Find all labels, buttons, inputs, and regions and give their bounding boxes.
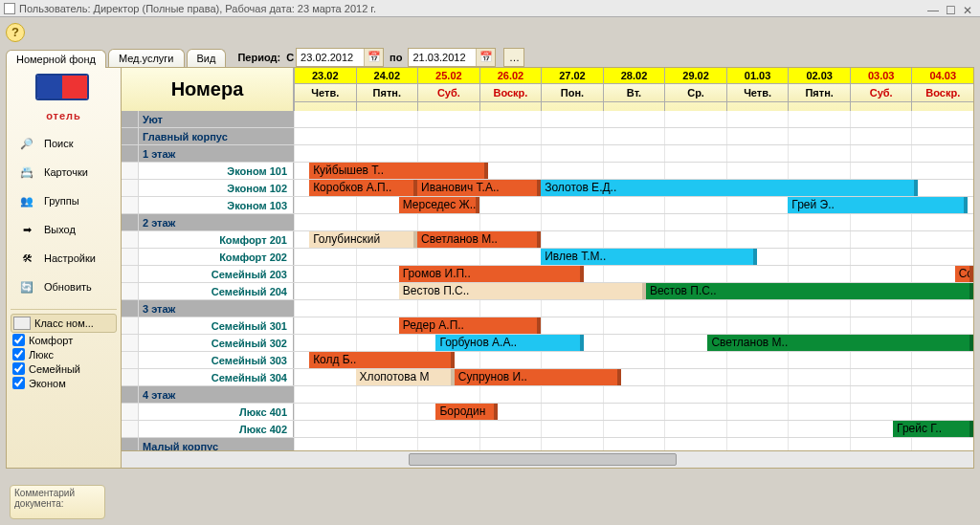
help-button[interactable]: ? (6, 23, 25, 42)
day-col-23.02[interactable]: 23.02Четв. (294, 68, 356, 111)
sidebar-nastroyki[interactable]: 🛠Настройки (11, 246, 117, 271)
room-row[interactable]: Эконом 103Мерседес Ж..Грей Э.. (122, 197, 973, 214)
booking-bar[interactable]: Золотов Е.Д.. (541, 180, 918, 196)
tab-Вид[interactable]: Вид (187, 49, 227, 67)
period-from-prefix: С (286, 52, 294, 63)
room-row[interactable]: Семейный 204Вестов П.С..Вестов П.С.. (122, 283, 973, 300)
room-row[interactable]: Семейный 302Горбунов А.А..Светланов М.. (122, 335, 973, 352)
booking-bar[interactable]: Вестов П.С.. (646, 283, 973, 299)
booking-bar[interactable]: Куйбышев Т.. (309, 163, 488, 179)
room-name: Эконом 102 (139, 180, 293, 196)
minimize-button[interactable]: — (924, 2, 942, 15)
day-col-25.02[interactable]: 25.02Суб. (417, 68, 479, 111)
sidebar-poisk[interactable]: 🔎Поиск (11, 131, 117, 156)
group-row[interactable]: 1 этаж (122, 145, 973, 163)
filter-header[interactable]: Класс ном... (11, 314, 117, 333)
day-col-26.02[interactable]: 26.02Воскр. (479, 68, 542, 111)
filter-Комфорт[interactable]: Комфорт (11, 333, 117, 347)
group-row[interactable]: 2 этаж (122, 214, 973, 231)
kartochki-icon: 📇 (15, 163, 38, 182)
day-col-27.02[interactable]: 27.02Пон. (541, 68, 603, 111)
booking-bar[interactable]: Колд Б.. (309, 352, 455, 368)
group-row[interactable]: 4 этаж (122, 386, 973, 404)
room-row[interactable]: Семейный 304Хлопотова МСупрунов И.. (122, 369, 973, 386)
booking-bar[interactable]: Мерседес Ж.. (399, 197, 479, 213)
booking-bar[interactable]: Грей Э.. (788, 197, 967, 213)
tab-Мед.услуги[interactable]: Мед.услуги (108, 49, 185, 67)
booking-bar[interactable]: Сос (955, 266, 973, 282)
room-name: Эконом 103 (139, 197, 293, 213)
filter-Семейный-checkbox[interactable] (12, 362, 25, 375)
room-row[interactable]: Комфорт 202Ивлев Т.М.. (122, 249, 973, 266)
period-to-calendar-icon[interactable]: 📅 (476, 49, 495, 66)
close-button[interactable]: ✕ (959, 2, 976, 15)
day-col-28.02[interactable]: 28.02Вт. (603, 68, 665, 111)
day-col-01.03[interactable]: 01.03Четв. (726, 68, 789, 111)
sidebar: отель 🔎Поиск📇Карточки👥Группы➡Выход🛠Настр… (7, 68, 122, 468)
booking-bar[interactable]: Хлопотова М (356, 369, 455, 385)
period-to-prefix: по (390, 52, 402, 63)
booking-bar[interactable]: Громов И.П.. (399, 266, 585, 282)
room-name: Семейный 304 (139, 369, 293, 385)
period-from-input[interactable] (297, 50, 364, 65)
booking-bar[interactable]: Иванович Т.А.. (417, 180, 541, 196)
filter-icon (13, 317, 31, 330)
group-row[interactable]: Уют (122, 111, 973, 128)
sidebar-vykhod-label: Выход (44, 224, 76, 235)
group-row[interactable]: Малый корпус (122, 438, 973, 450)
filter-Семейный[interactable]: Семейный (11, 361, 117, 376)
room-row[interactable]: Комфорт 201ГолубинскийСветланов М.. (122, 231, 973, 249)
filter-panel: Класс ном... КомфортЛюксСемейныйЭконом (11, 309, 117, 390)
booking-bar[interactable]: Голубинский (309, 231, 417, 248)
filter-Эконом-checkbox[interactable] (12, 377, 25, 389)
day-col-29.02[interactable]: 29.02Ср. (664, 68, 726, 111)
booking-bar[interactable]: Супрунов И.. (455, 369, 621, 385)
filter-Эконом[interactable]: Эконом (11, 376, 117, 390)
day-col-02.03[interactable]: 02.03Пятн. (788, 68, 850, 111)
group-row[interactable]: 3 этаж (122, 300, 973, 317)
booking-bar[interactable]: Ивлев Т.М.. (541, 249, 757, 265)
sidebar-gruppy[interactable]: 👥Группы (11, 188, 117, 213)
day-col-04.03[interactable]: 04.03Воскр. (911, 68, 973, 111)
filter-Люкс[interactable]: Люкс (11, 347, 117, 361)
room-row[interactable]: Семейный 303Колд Б.. (122, 352, 973, 369)
maximize-button[interactable]: ☐ (942, 2, 959, 15)
room-row[interactable]: Люкс 402Грейс Г.. (122, 421, 973, 438)
period-to-box: 📅 (408, 48, 496, 67)
booking-bar[interactable]: Горбунов А.А.. (435, 335, 584, 351)
room-row[interactable]: Семейный 301Редер А.П.. (122, 317, 973, 335)
day-col-03.03[interactable]: 03.03Суб. (850, 68, 912, 111)
sidebar-obnovit[interactable]: 🔄Обновить (11, 274, 117, 299)
booking-bar[interactable]: Светланов М.. (707, 335, 973, 351)
horizontal-scrollbar[interactable] (122, 450, 973, 468)
room-row[interactable]: Семейный 203Громов И.П..Сос (122, 266, 973, 283)
booking-bar[interactable]: Коробков А.П.. (309, 180, 417, 196)
grid-body[interactable]: УютГлавный корпус1 этажЭконом 101Куйбыше… (122, 111, 973, 450)
scrollbar-thumb[interactable] (409, 453, 677, 466)
window-title: Пользователь: Директор (Полные права), Р… (19, 0, 376, 17)
room-row[interactable]: Люкс 401Бородин (122, 404, 973, 421)
document-comment[interactable]: Комментарий документа: (10, 485, 105, 519)
sidebar-kartochki[interactable]: 📇Карточки (11, 160, 117, 185)
filter-header-label: Класс ном... (34, 317, 94, 329)
tab-Номерной фонд[interactable]: Номерной фонд (6, 50, 106, 68)
filter-Люкс-checkbox[interactable] (12, 348, 25, 361)
period-from-calendar-icon[interactable]: 📅 (364, 49, 383, 66)
period-to-input[interactable] (409, 50, 476, 65)
booking-bar[interactable]: Светланов М.. (417, 231, 541, 248)
sidebar-vykhod[interactable]: ➡Выход (11, 217, 117, 242)
room-row[interactable]: Эконом 101Куйбышев Т.. (122, 163, 973, 180)
booking-bar[interactable]: Грейс Г.. (893, 421, 973, 437)
booking-bar[interactable]: Вестов П.С.. (399, 283, 646, 299)
period-select-button[interactable]: … (503, 48, 524, 67)
booking-bar[interactable]: Бородин (435, 404, 498, 420)
room-name: Семейный 302 (139, 335, 293, 351)
group-row[interactable]: Главный корпус (122, 128, 973, 145)
sidebar-kartochki-label: Карточки (44, 166, 88, 178)
room-row[interactable]: Эконом 102Коробков А.П..Иванович Т.А..Зо… (122, 180, 973, 197)
filter-Комфорт-checkbox[interactable] (12, 334, 25, 346)
booking-bar[interactable]: Редер А.П.. (399, 317, 541, 334)
period-from-box: 📅 (296, 48, 384, 67)
sidebar-gruppy-label: Группы (44, 195, 79, 207)
day-col-24.02[interactable]: 24.02Пятн. (356, 68, 418, 111)
